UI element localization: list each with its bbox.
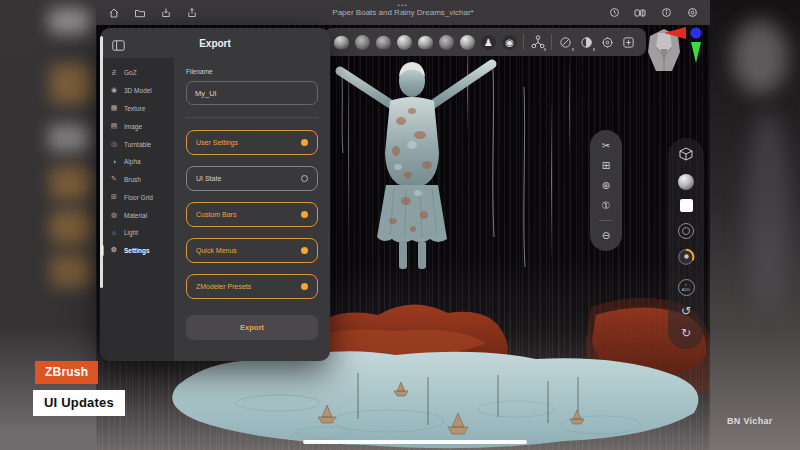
panel-edge-highlight [100, 36, 103, 288]
share-icon[interactable] [186, 7, 198, 19]
floor-grid-icon: ⊞ [110, 193, 118, 201]
x-axis-arrow [664, 27, 686, 39]
home-icon[interactable] [108, 7, 120, 19]
color-swatch[interactable] [680, 199, 693, 212]
home-indicator[interactable] [303, 440, 527, 444]
viewport-tools: ✂ ⊞ ⊛ ① ⊖ [590, 130, 622, 251]
undo-icon[interactable]: ↺ [681, 305, 691, 318]
spiral-brush[interactable]: ◉ [502, 35, 517, 50]
redo-icon[interactable]: ↻ [681, 327, 691, 340]
sculpt-mode-icon[interactable] [558, 35, 573, 50]
right-tool-column: ↑ ADD ↺ ↻ [668, 138, 704, 349]
draw-size-dial[interactable] [677, 248, 695, 270]
sphere-brush[interactable] [397, 35, 412, 50]
sidebar-item-light[interactable]: ☼Light [100, 224, 174, 241]
ui-updates-badge: UI Updates [33, 390, 125, 416]
gizmo-settings-icon[interactable]: ⊛ [602, 180, 610, 191]
top-bar: ••• Paper Boats and Rainy Dreams_vichar* [96, 0, 710, 25]
material-sphere[interactable] [678, 174, 694, 190]
settings-sidebar: ƵGoZ ◉3D Model ▦Texture ▤Image ◎Turntabl… [100, 58, 174, 361]
subtool-cube-icon[interactable] [679, 147, 693, 165]
y-axis-arrow [691, 42, 701, 63]
brush-icon: ✎ [110, 175, 118, 183]
option-custom-bars[interactable]: Custom Bars [186, 202, 318, 227]
filename-input[interactable]: My_UI [186, 81, 318, 105]
image-icon: ▤ [110, 122, 118, 130]
panel-title: Export [100, 38, 330, 49]
export-button[interactable]: Export [186, 315, 318, 340]
info-icon[interactable] [660, 7, 672, 19]
add-mode-toggle[interactable]: ↑ ADD [678, 279, 695, 296]
texture-icon: ▦ [110, 104, 118, 112]
material-icon: ◍ [110, 211, 118, 219]
brush-settings-icon[interactable] [600, 35, 615, 50]
sidebar-item-floor-grid[interactable]: ⊞Floor Grid [100, 188, 174, 206]
folder-icon[interactable] [134, 7, 146, 19]
brush-toolbar: ♟ ◉ [324, 28, 646, 56]
solo-icon[interactable]: ① [602, 200, 611, 211]
export-panel: Export ƵGoZ ◉3D Model ▦Texture ▤Image ◎T… [100, 28, 330, 361]
subtract-icon[interactable]: ⊖ [602, 230, 610, 241]
import-icon[interactable] [160, 7, 172, 19]
radio-unselected-icon [301, 175, 308, 182]
divider [186, 117, 318, 118]
stroke-ring-icon[interactable] [678, 223, 694, 239]
z-axis-dot [691, 28, 702, 39]
export-settings: Filename My_UI User Settings UI State Cu… [174, 58, 330, 361]
option-quick-menus[interactable]: Quick Menus [186, 238, 318, 263]
sidebar-item-goz[interactable]: ƵGoZ [100, 64, 174, 81]
filename-label: Filename [186, 68, 318, 75]
dome-brush[interactable] [439, 35, 454, 50]
zbrush-app: ••• Paper Boats and Rainy Dreams_vichar* [96, 0, 710, 450]
sidebar-item-texture[interactable]: ▦Texture [100, 99, 174, 117]
axis-gizmo[interactable] [662, 25, 706, 65]
alpha-icon: ◑ [110, 158, 118, 165]
sidebar-item-settings[interactable]: ⚙Settings [100, 241, 174, 259]
credit-watermark: BN Vichar [727, 416, 773, 426]
sidebar-item-brush[interactable]: ✎Brush [100, 170, 174, 188]
halfsphere-brush[interactable] [334, 35, 349, 49]
radio-selected-icon [301, 139, 308, 146]
document-title: Paper Boats and Rainy Dreams_vichar* [332, 8, 473, 18]
paint-mode-icon[interactable] [579, 35, 594, 50]
toolbar-divider [523, 34, 524, 50]
scissors-icon[interactable]: ✂ [602, 140, 610, 151]
toolbar-divider [599, 220, 613, 221]
model-icon: ◉ [110, 86, 118, 94]
sidebar-item-image[interactable]: ▤Image [100, 117, 174, 135]
toolbar-divider [551, 34, 552, 50]
shell-brush[interactable] [376, 35, 391, 49]
layout-icon[interactable] [634, 7, 646, 19]
panel-header: Export [100, 28, 330, 58]
pinch-brush[interactable] [460, 35, 475, 50]
grid-icon[interactable]: ⊞ [602, 160, 610, 171]
sidebar-item-alpha[interactable]: ◑Alpha [100, 153, 174, 170]
zbrush-badge: ZBrush [35, 361, 98, 384]
option-ui-state[interactable]: UI State [186, 166, 318, 191]
settings-icon[interactable] [686, 7, 698, 19]
radio-selected-icon [301, 247, 308, 254]
sidebar-item-turntable[interactable]: ◎Turntable [100, 135, 174, 153]
radio-selected-icon [301, 211, 308, 218]
turntable-icon: ◎ [110, 140, 118, 148]
figure-brush[interactable]: ♟ [481, 35, 496, 50]
cone-brush[interactable] [355, 35, 370, 50]
settings-gear-icon: ⚙ [110, 246, 118, 254]
sidebar-item-material[interactable]: ◍Material [100, 206, 174, 224]
sidebar-toggle-icon[interactable] [112, 37, 125, 48]
blurred-right-margin [710, 0, 800, 450]
goz-icon: Ƶ [110, 69, 118, 76]
radio-selected-icon [301, 283, 308, 290]
add-tool-icon[interactable] [621, 35, 636, 50]
gizmo-icon[interactable] [530, 35, 545, 50]
light-icon: ☼ [110, 229, 118, 236]
sidebar-item-3d-model[interactable]: ◉3D Model [100, 81, 174, 99]
option-user-settings[interactable]: User Settings [186, 130, 318, 155]
option-zmodeler-presets[interactable]: ZModeler Presets [186, 274, 318, 299]
history-icon[interactable] [608, 7, 620, 19]
clay-brush[interactable] [418, 35, 433, 49]
